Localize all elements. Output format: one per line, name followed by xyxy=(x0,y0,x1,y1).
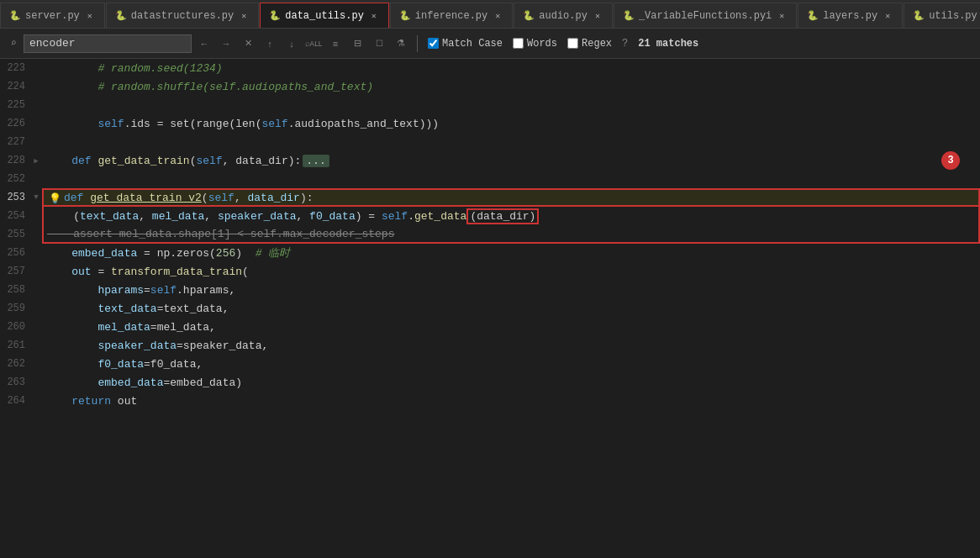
filter-lines-button[interactable]: ⚗ xyxy=(392,34,410,53)
select-finds-button[interactable]: ☐ xyxy=(370,34,388,53)
tab-server-close[interactable]: ✕ xyxy=(84,10,96,22)
gutter-227: 227 xyxy=(0,133,42,151)
code-content-225 xyxy=(45,99,52,112)
code-line-253: 💡 def get_data_train_v2(self, data_dir): xyxy=(42,188,980,207)
matches-count: 21 matches xyxy=(638,38,698,50)
code-content-257: out = transform_data_train( xyxy=(45,266,249,278)
code-content-223: # random.seed(1234) xyxy=(45,62,223,75)
linenum-259: 259 xyxy=(0,303,30,314)
code-content-228: def get_data_train(self, data_dir):... xyxy=(45,155,329,167)
code-column: # random.seed(1234) # random.shuffle(sel… xyxy=(42,59,980,558)
prev-match-button[interactable]: ← xyxy=(195,34,213,53)
linenum-264: 264 xyxy=(0,395,30,407)
tab-data-utils-close[interactable]: ✕ xyxy=(368,10,380,22)
match-case-option[interactable]: Match Case xyxy=(424,36,506,51)
code-line-255: assert mel_data.shape[1] < self.max_deco… xyxy=(42,225,980,244)
gutter-252: 252 xyxy=(0,170,42,188)
linenum-263: 263 xyxy=(0,376,30,388)
regex-checkbox[interactable] xyxy=(567,38,578,49)
gutter-258: 258 xyxy=(0,281,42,299)
tab-variablefunctions-close[interactable]: ✕ xyxy=(776,10,788,22)
code-content-259: text_data=text_data, xyxy=(45,303,229,315)
code-content-261: speaker_data=speaker_data, xyxy=(45,340,268,352)
linenum-257: 257 xyxy=(0,266,30,277)
tab-bar: 🐍 server.py ✕ 🐍 datastructures.py ✕ 🐍 da… xyxy=(0,0,980,29)
gutter-224: 224 xyxy=(0,77,42,96)
words-label: Words xyxy=(527,38,557,50)
tab-datastructures-close[interactable]: ✕ xyxy=(238,10,250,22)
gutter-223: 223 xyxy=(0,59,42,77)
fold-228[interactable]: ▶ xyxy=(30,156,42,166)
clear-search-button[interactable]: ✕ xyxy=(239,34,257,53)
fold-253[interactable]: ▼ xyxy=(30,193,42,202)
tab-inference[interactable]: 🐍 inference.py ✕ xyxy=(390,3,513,28)
gutter-264: 264 xyxy=(0,392,42,410)
tab-layers-close[interactable]: ✕ xyxy=(882,10,893,22)
tab-data-utils[interactable]: 🐍 data_utils.py ✕ xyxy=(260,3,389,28)
code-content-226: self.ids = set(range(len(self.audiopaths… xyxy=(45,118,439,130)
gutter-259: 259 xyxy=(0,299,42,318)
help-button[interactable]: ? xyxy=(619,38,631,50)
next-match-button[interactable]: → xyxy=(217,34,235,53)
code-line-261: speaker_data=speaker_data, xyxy=(42,336,980,355)
linenum-261: 261 xyxy=(0,340,30,351)
search-bar: ⌕ ← → ✕ ↑ ↓ ⌕ALL ≡ ⊟ ☐ ⚗ Match Case Word… xyxy=(0,29,980,59)
toggle-expand-button[interactable]: ⊟ xyxy=(348,34,366,53)
code-content-227 xyxy=(45,136,52,149)
code-content-258: hparams=self.hparams, xyxy=(45,284,235,297)
tab-inference-close[interactable]: ✕ xyxy=(492,10,503,22)
regex-option[interactable]: Regex xyxy=(564,36,615,51)
code-content-262: f0_data=f0_data, xyxy=(45,358,203,371)
words-option[interactable]: Words xyxy=(509,36,561,51)
code-line-258: hparams=self.hparams, xyxy=(42,281,980,299)
code-content-263: embed_data=embed_data) xyxy=(45,376,242,389)
linenum-260: 260 xyxy=(0,321,30,333)
py-icon: 🐍 xyxy=(523,10,535,21)
linenum-223: 223 xyxy=(0,62,30,74)
toggle-filter-button[interactable]: ≡ xyxy=(326,34,345,53)
tab-audio-label: audio.py xyxy=(539,10,587,22)
code-line-263: embed_data=embed_data) xyxy=(42,373,980,392)
match-case-checkbox[interactable] xyxy=(428,38,439,49)
tab-variablefunctions-label: _VariableFunctions.pyi xyxy=(639,10,772,22)
tab-server[interactable]: 🐍 server.py ✕ xyxy=(0,3,105,28)
code-line-254: (text_data, mel_data, speaker_data, f0_d… xyxy=(42,207,980,225)
py-icon-active: 🐍 xyxy=(269,10,281,21)
search-separator xyxy=(417,35,418,52)
gutter-255: 255 xyxy=(0,225,42,244)
words-checkbox[interactable] xyxy=(513,38,524,49)
bulb-icon[interactable]: 💡 xyxy=(49,192,61,205)
tab-datastructures[interactable]: 🐍 datastructures.py ✕ xyxy=(106,3,259,28)
linenum-225: 225 xyxy=(0,99,30,111)
py-icon: 🐍 xyxy=(807,10,819,21)
code-line-252 xyxy=(42,170,980,188)
find-prev-button[interactable]: ↑ xyxy=(261,34,279,53)
gutter-262: 262 xyxy=(0,355,42,373)
tab-variablefunctions[interactable]: 🐍 _VariableFunctions.pyi ✕ xyxy=(614,3,797,28)
tab-inference-label: inference.py xyxy=(415,10,487,22)
search-input[interactable] xyxy=(24,34,192,53)
code-content-255: assert mel_data.shape[1] < self.max_deco… xyxy=(47,228,394,240)
find-next-button[interactable]: ↓ xyxy=(282,34,301,53)
tab-layers-label: layers.py xyxy=(823,10,877,22)
code-line-256: embed_data = np.zeros(256) # 临时 xyxy=(42,244,980,262)
linenum-252: 252 xyxy=(0,173,30,185)
code-content-260: mel_data=mel_data, xyxy=(45,321,216,334)
py-icon: 🐍 xyxy=(115,10,127,21)
find-all-button[interactable]: ⌕ALL xyxy=(304,34,323,53)
gutter-254: 254 xyxy=(0,207,42,225)
gutter-261: 261 xyxy=(0,336,42,355)
code-content-264: return out xyxy=(45,395,137,408)
code-line-260: mel_data=mel_data, xyxy=(42,318,980,336)
tab-audio-close[interactable]: ✕ xyxy=(592,10,603,22)
search-icon: ⌕ xyxy=(7,37,20,50)
tab-layers[interactable]: 🐍 layers.py ✕ xyxy=(798,3,903,28)
linenum-262: 262 xyxy=(0,358,30,370)
linenum-256: 256 xyxy=(0,247,30,259)
match-badge-228: 3 xyxy=(941,151,960,170)
tab-audio[interactable]: 🐍 audio.py ✕ xyxy=(514,3,613,28)
code-line-225 xyxy=(42,96,980,114)
tab-utils[interactable]: 🐍 utils.py xyxy=(904,3,980,28)
gutter-228: 228 ▶ xyxy=(0,151,42,170)
code-content-252 xyxy=(45,173,52,186)
